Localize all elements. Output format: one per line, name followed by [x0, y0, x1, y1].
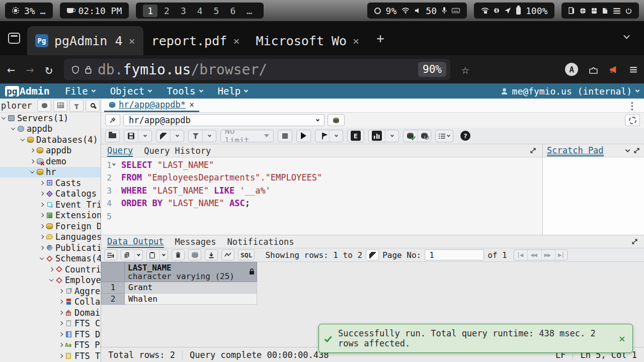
cpu-widget[interactable]: 3% … — [5, 3, 53, 19]
row-number-cell[interactable]: 2 — [102, 293, 125, 305]
save-data-changes-button[interactable] — [188, 249, 201, 260]
copy-options-chevron[interactable] — [134, 250, 142, 260]
menu-object[interactable]: Object — [110, 85, 152, 97]
delete-row-button[interactable] — [172, 249, 185, 260]
next-page-button[interactable]: ▶▶ — [541, 250, 553, 260]
workspace-2[interactable]: 2 — [159, 5, 174, 17]
megaphone-extension-icon[interactable] — [609, 65, 618, 74]
shield-icon[interactable] — [72, 65, 79, 74]
tab-pgadmin[interactable]: Pg pgAdmin 4 × — [27, 26, 143, 55]
execute-options-chevron[interactable] — [329, 130, 343, 142]
tab-notifications[interactable]: Notifications — [227, 237, 294, 247]
lock-icon[interactable] — [85, 65, 92, 74]
power-icon[interactable] — [625, 8, 632, 14]
result-row-2[interactable]: 2 Whalen — [102, 293, 257, 305]
tree-item-fts-dictionaries[interactable]: FTS Dictionaries — [0, 329, 101, 340]
expand-open-icon[interactable] — [30, 169, 34, 173]
column-header-last-name[interactable]: LAST_NAME character varying (25) — [125, 262, 257, 282]
scratch-pad-input[interactable] — [543, 157, 644, 235]
tree-item-fts-templates[interactable]: FTS Templates — [0, 350, 101, 361]
close-tab-icon[interactable]: × — [353, 35, 359, 47]
explain-analyze-button[interactable] — [369, 130, 385, 142]
network-widget[interactable]: 100% — [474, 3, 554, 19]
tree-item-db-demo[interactable]: demo — [0, 156, 101, 167]
user-menu[interactable]: me@fymio.us (internal) — [501, 86, 639, 97]
expand-closed-icon[interactable] — [40, 224, 44, 228]
menu-tools[interactable]: Tools — [167, 85, 202, 97]
row-number-cell[interactable]: 1 — [102, 282, 125, 294]
paste-button[interactable] — [147, 250, 157, 260]
previous-page-button[interactable]: ◀◀ — [527, 250, 539, 260]
save-options-chevron[interactable] — [138, 130, 151, 142]
sql-line-3[interactable]: 3WHERE "LAST_NAME" LIKE '__a%' — [101, 185, 542, 197]
expand-open-icon[interactable] — [40, 256, 44, 260]
sql-line-5[interactable]: 5 — [101, 210, 542, 223]
workspace-6[interactable]: 6 — [225, 5, 240, 17]
close-tab-icon[interactable]: × — [233, 35, 239, 47]
tree-item-collations[interactable]: Collations — [0, 297, 101, 308]
tree-item-extensions[interactable]: Extensions — [0, 210, 101, 221]
edit-options-chevron[interactable] — [170, 130, 184, 142]
row-limit-select[interactable]: No limit — [221, 130, 273, 142]
expand-closed-icon[interactable] — [59, 311, 63, 315]
expand-closed-icon[interactable] — [30, 159, 34, 163]
sql-line-1[interactable]: 1SELECT "LAST_NAME" — [101, 159, 542, 171]
expand-editor-icon[interactable] — [530, 146, 536, 156]
save-file-button[interactable] — [124, 130, 138, 142]
execute-button[interactable] — [297, 130, 310, 142]
panel-kebab-menu-icon[interactable]: ⋮ — [627, 100, 637, 111]
expand-output-icon[interactable] — [631, 237, 638, 247]
menu-help[interactable]: Help — [218, 85, 248, 97]
workspace-5[interactable]: 5 — [209, 5, 224, 17]
tree-item-domains[interactable]: Domains — [0, 307, 101, 318]
new-tab-button[interactable]: + — [376, 31, 384, 46]
tree-item-server-appdb[interactable]: appdb — [0, 124, 101, 135]
workspace-3[interactable]: 3 — [176, 5, 191, 17]
tree-item-aggregates[interactable]: Aggregates — [0, 286, 101, 297]
copy-button[interactable] — [121, 250, 132, 260]
stop-button[interactable] — [278, 130, 292, 142]
paste-options-chevron[interactable] — [159, 250, 168, 260]
account-icon[interactable]: A — [565, 63, 578, 76]
open-file-button[interactable] — [106, 130, 119, 142]
expand-closed-icon[interactable] — [40, 246, 44, 250]
tab-data-output[interactable]: Data Output — [107, 235, 164, 248]
browser-menu-icon[interactable]: ≡ — [629, 62, 637, 77]
search-objects-button[interactable] — [86, 100, 100, 112]
workspace-more[interactable]: … — [242, 5, 257, 17]
add-row-button[interactable] — [104, 249, 117, 260]
tree-item-db-appdb[interactable]: appdb — [0, 145, 101, 156]
tab-overview-icon[interactable] — [8, 33, 20, 44]
filter-options-chevron[interactable] — [202, 130, 216, 142]
tree-item-event-triggers[interactable]: Event Triggers — [0, 199, 101, 210]
auto-rollback-refresh-button[interactable] — [625, 114, 640, 126]
tree-item-databases[interactable]: Databases(4) — [0, 134, 101, 145]
back-button[interactable]: ← — [7, 62, 15, 77]
filter-button[interactable] — [189, 130, 202, 142]
edit-range-button[interactable] — [366, 249, 379, 260]
tree-item-fts-configurations[interactable]: FTS Configurations — [0, 318, 101, 329]
expand-closed-icon[interactable] — [49, 267, 53, 272]
tab-report-pdf[interactable]: report.pdf × — [143, 26, 248, 55]
expand-open-icon[interactable] — [2, 115, 6, 119]
scratch-pad-title[interactable]: Scratch Pad — [547, 145, 604, 156]
expand-closed-icon[interactable] — [40, 181, 44, 185]
sql-line-2[interactable]: 2FROM "EmployeesDepartments"."EMPLOYEES" — [101, 171, 542, 184]
tree-item-languages[interactable]: Languages — [0, 232, 101, 243]
macros-button[interactable] — [436, 130, 453, 142]
reload-button[interactable]: ↻ — [45, 62, 53, 77]
tree-item-schema-employeesdepartments[interactable]: EmployeesDepartments — [0, 275, 101, 286]
connection-status-button[interactable] — [105, 114, 120, 126]
tree-item-db-hr[interactable]: hr — [0, 167, 101, 178]
logout-door-icon[interactable] — [569, 7, 575, 14]
result-row-1[interactable]: 1 Grant — [102, 282, 257, 294]
view-data-grid-button[interactable] — [53, 100, 67, 112]
tab-messages[interactable]: Messages — [175, 237, 216, 247]
show-sql-button[interactable]: SQL — [238, 249, 255, 260]
tab-list-chevron-icon[interactable] — [623, 32, 630, 39]
expand-scratch-pad-icon[interactable] — [633, 146, 640, 156]
close-tab-icon[interactable]: × — [128, 35, 135, 47]
connection-select[interactable]: hr/app@appdb — [123, 114, 325, 126]
chevron-down-icon[interactable] — [625, 147, 630, 152]
tree-item-foreign-data-wrappers[interactable]: Foreign Data Wrappers — [0, 221, 101, 232]
